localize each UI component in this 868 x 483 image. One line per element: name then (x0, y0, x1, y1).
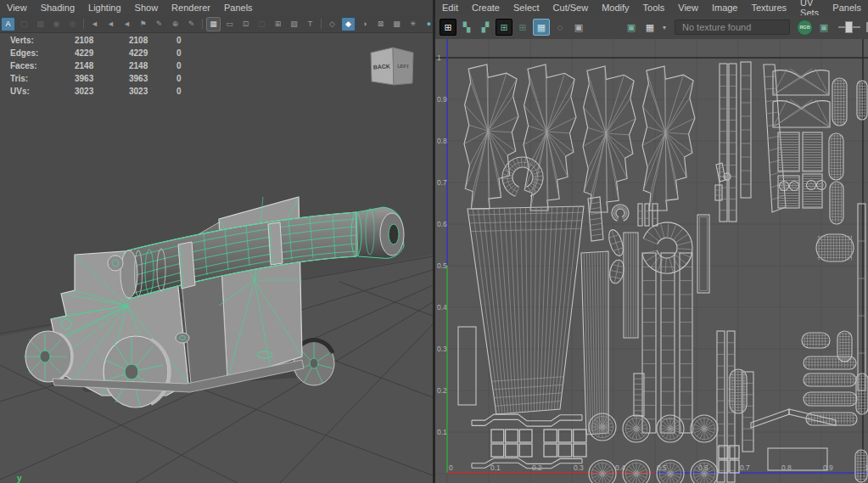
texture-name-field[interactable]: No texture found (675, 20, 790, 35)
uv-menu-edit[interactable]: Edit (435, 1, 465, 14)
texture-borders-icon[interactable]: ⊞ (514, 19, 531, 36)
uv-canvas[interactable]: 10.90.80.70.60.50.40.30.20.100.10.20.30.… (435, 39, 868, 483)
menu-view[interactable]: View (0, 1, 34, 14)
dim-image-icon[interactable]: ◌ (552, 19, 568, 36)
hud-value: 4229 (75, 48, 129, 58)
hud-value: 4229 (129, 48, 176, 58)
uv-snapshot-icon[interactable]: ▣ (570, 19, 587, 36)
wireframe-on-shaded-icon[interactable]: ⊠ (373, 17, 388, 31)
v-ruler-label: 0.5 (437, 261, 447, 270)
u-ruler-label: 0 (449, 463, 453, 472)
image-ratio-icon[interactable]: ▣ (815, 19, 832, 36)
viewport-3d[interactable]: Verts:210821080Edges:422942290Faces:2148… (0, 32, 433, 483)
shaded-icon[interactable]: ◆ (341, 17, 356, 31)
hud-verts-label: Verts: (10, 36, 75, 45)
hud-value: 0 (176, 61, 210, 70)
v-ruler-label: 0.2 (437, 386, 447, 395)
paint-select-icon[interactable]: ◉ (49, 17, 64, 31)
hud-value: 3023 (75, 87, 129, 96)
y-axis-label: y (17, 474, 22, 483)
v-ruler-label: 0.6 (437, 220, 447, 228)
rgb-channels-icon[interactable]: RGB (797, 20, 813, 36)
marquee-icon[interactable]: ▢ (17, 17, 31, 31)
hud-value: 0 (176, 74, 210, 83)
menu-show[interactable]: Show (128, 1, 165, 14)
image-display-icon[interactable]: ▣ (623, 19, 640, 36)
hud-uvs-label: UVs: (10, 87, 75, 96)
hud-value: 0 (176, 87, 210, 96)
xray-icon[interactable]: ▩ (389, 17, 404, 31)
uv-edit-layout-icon[interactable]: ⊞ (440, 19, 456, 36)
camera-home-icon[interactable]: ◄ (120, 17, 134, 31)
hud-value: 2108 (75, 36, 129, 45)
stack-shells-icon[interactable]: ▚ (458, 19, 475, 36)
menu-panels[interactable]: Panels (217, 1, 260, 14)
camera-icon[interactable]: ◄ (87, 17, 102, 31)
field-chart-icon[interactable]: ⊞ (271, 17, 285, 31)
menu-lighting[interactable]: Lighting (81, 1, 128, 14)
uv-menu-select[interactable]: Select (507, 1, 546, 14)
orient-shells-icon[interactable]: ▞ (477, 19, 494, 36)
v-ruler-label: 0.7 (437, 178, 447, 187)
u-ruler-label: 0.3 (574, 463, 584, 472)
uv-editor-panel[interactable]: EditCreateSelectCut/SewModifyToolsViewIm… (435, 0, 868, 483)
bookmark-icon[interactable]: ⚑ (136, 17, 150, 31)
lights-icon[interactable]: ☀ (406, 17, 420, 31)
uv-menu-tools[interactable]: Tools (636, 1, 672, 14)
lasso-icon[interactable]: ▨ (33, 17, 48, 31)
hud-value: 3023 (129, 87, 176, 96)
checker-dropdown-icon[interactable]: ▾ (660, 19, 669, 36)
hud-value: 0 (176, 36, 210, 45)
image-plane-icon[interactable]: ✎ (152, 17, 166, 31)
u-ruler-label: 0.2 (532, 463, 542, 472)
uv-menu-modify[interactable]: Modify (595, 1, 636, 14)
toolbar-separator (83, 19, 84, 29)
wireframe-icon[interactable]: ◇ (325, 17, 339, 31)
shell-border-icon[interactable]: ⊞ (496, 19, 512, 36)
shadows-icon[interactable]: ● (422, 17, 433, 31)
uv-menubar: EditCreateSelectCut/SewModifyToolsViewIm… (435, 0, 868, 16)
hud-tris-label: Tris: (10, 74, 75, 83)
hud-value: 2148 (129, 61, 176, 70)
zoom-region-icon[interactable]: ⊕ (168, 17, 182, 31)
uv-menu-panels[interactable]: Panels (826, 1, 868, 14)
perspective-panel[interactable]: ViewShadingLightingShowRendererPanels A▢… (0, 0, 433, 483)
gate-mask-icon[interactable]: ▢ (255, 17, 269, 31)
hud-value: 3963 (75, 74, 129, 83)
v-ruler-label: 0.4 (437, 303, 447, 312)
textured-icon[interactable]: ◑ (357, 17, 372, 31)
uv-shells: 10.90.80.70.60.50.40.30.20.100.10.20.30.… (435, 39, 868, 483)
safe-title-icon[interactable]: T (303, 17, 317, 31)
menu-shading[interactable]: Shading (34, 1, 81, 14)
uv-menu-textures[interactable]: Textures (744, 1, 793, 14)
select-tool-icon[interactable]: A (1, 17, 15, 31)
uv-toolbar: ⊞▚▞⊞⊞▦◌▣▣▦▾No texture foundRGB▣ (435, 15, 868, 40)
poly-count-hud: Verts:210821080Edges:422942290Faces:2148… (10, 36, 210, 96)
v-ruler-label: 0.3 (437, 345, 447, 353)
safe-action-icon[interactable]: ▧ (287, 17, 301, 31)
uv-menu-create[interactable]: Create (465, 1, 507, 14)
hud-faces-label: Faces: (10, 61, 75, 70)
film-gate-icon[interactable]: ▭ (222, 17, 237, 31)
uv-menu-image[interactable]: Image (705, 1, 745, 14)
checker-map-icon[interactable]: ▦ (641, 19, 658, 36)
pencil-icon[interactable]: ✎ (184, 17, 199, 31)
view-cube[interactable]: BACK LEFT (362, 44, 417, 90)
camera-lock-icon[interactable]: ◄ (104, 17, 118, 31)
resolution-gate-icon[interactable]: ⊡ (238, 17, 253, 31)
soft-select-icon[interactable]: ◎ (65, 17, 80, 31)
v-ruler-label: 0.8 (437, 137, 447, 145)
grid-icon[interactable]: ▦ (206, 17, 221, 31)
grid-snap-icon[interactable]: ▦ (533, 19, 550, 36)
menu-renderer[interactable]: Renderer (165, 1, 217, 14)
uv-menu-cut-sew[interactable]: Cut/Sew (546, 1, 596, 14)
u-ruler-label: 0.7 (740, 463, 750, 472)
image-dim-slider[interactable] (838, 21, 868, 33)
maya-window: ViewShadingLightingShowRendererPanels A▢… (0, 0, 868, 483)
hud-value: 2108 (129, 36, 176, 45)
hud-value: 3963 (129, 74, 176, 83)
slider-handle[interactable] (845, 21, 853, 33)
panel-divider[interactable] (433, 0, 435, 483)
uv-menu-view[interactable]: View (671, 1, 705, 14)
svg-text:BACK: BACK (372, 63, 390, 70)
